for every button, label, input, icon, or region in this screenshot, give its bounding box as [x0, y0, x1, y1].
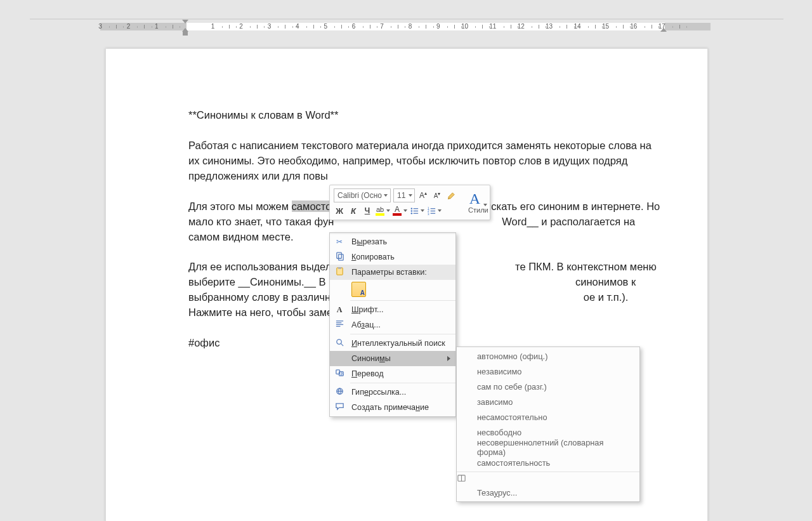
- submenu-separator: [457, 472, 639, 472]
- menu-synonyms-label: Синонимы: [351, 354, 391, 363]
- menu-smart-lookup-label: Интеллектуальный поиск: [351, 339, 445, 348]
- chevron-down-icon: [438, 209, 442, 212]
- search-icon: [334, 338, 345, 349]
- format-painter-button[interactable]: [445, 189, 457, 202]
- menu-cut-label: Вырезать: [351, 237, 387, 246]
- menu-separator: [350, 383, 455, 383]
- styles-button[interactable]: A Стили: [463, 185, 494, 220]
- decrease-font-button[interactable]: A▾: [431, 189, 443, 202]
- synonym-option[interactable]: независимо: [457, 364, 639, 379]
- increase-font-button[interactable]: A▴: [417, 189, 429, 202]
- italic-button[interactable]: К: [348, 204, 359, 217]
- svg-rect-12: [336, 253, 341, 258]
- translate-icon: あ: [334, 368, 345, 379]
- document-viewport: 3211234567891011121314151617 **Синонимы …: [30, 10, 783, 521]
- mini-toolbar: Calibri (Осно 11 A▴ A▾ Ж К Ч ab: [329, 185, 490, 220]
- p3-pre[interactable]: Для ее использования выдел: [188, 261, 331, 272]
- chevron-down-icon: [384, 194, 388, 197]
- font-color-button[interactable]: A: [393, 204, 407, 217]
- paste-option-keep-text[interactable]: A: [330, 280, 455, 299]
- paste-keep-text-icon: A: [351, 282, 366, 297]
- menu-separator: [350, 300, 455, 301]
- highlight-color-swatch: [376, 213, 384, 216]
- thesaurus-label: Тезаурус...: [477, 488, 517, 498]
- menu-paste-options-header: Параметры вставки:: [330, 265, 455, 280]
- svg-point-20: [336, 340, 341, 345]
- menu-hyperlink[interactable]: Гиперссылка...: [330, 385, 455, 400]
- menu-paragraph[interactable]: Абзац...: [330, 317, 455, 333]
- right-indent-marker[interactable]: [660, 28, 667, 32]
- menu-paragraph-label: Абзац...: [351, 320, 381, 329]
- chevron-down-icon: [403, 209, 407, 212]
- svg-line-21: [341, 343, 343, 346]
- menu-copy-label: Копировать: [351, 253, 395, 261]
- menu-new-comment-label: Создать примечание: [351, 403, 429, 412]
- bullets-button[interactable]: [410, 204, 424, 217]
- svg-text:3: 3: [428, 213, 429, 216]
- p2-pre[interactable]: Для этого мы можем: [188, 201, 292, 212]
- synonym-option[interactable]: несовершеннолетний (словарная форма): [457, 440, 639, 455]
- svg-rect-15: [337, 267, 341, 269]
- paint-brush-icon: [447, 191, 456, 201]
- clipboard-icon: [334, 267, 345, 278]
- left-indent-marker[interactable]: [183, 32, 188, 36]
- synonym-option[interactable]: сам по себе (разг.): [457, 379, 639, 394]
- horizontal-ruler: 3211234567891011121314151617: [30, 22, 783, 34]
- top-separator: [30, 18, 783, 20]
- bold-button[interactable]: Ж: [334, 204, 345, 217]
- synonym-option[interactable]: автономно (офиц.): [457, 348, 639, 364]
- synonym-option[interactable]: самостоятельность: [457, 455, 639, 470]
- synonyms-submenu: автономно (офиц.)независимосам по себе (…: [456, 346, 640, 502]
- font-color-swatch: [393, 213, 402, 216]
- numbering-button[interactable]: 1 2 3: [427, 204, 442, 217]
- title-line[interactable]: **Синонимы к словам в Word**: [188, 108, 661, 123]
- menu-cut[interactable]: ✂ Вырезать: [330, 234, 455, 249]
- numbered-list-icon: 1 2 3: [427, 206, 436, 216]
- synonym-option[interactable]: несамостоятельно: [457, 409, 639, 425]
- first-line-indent-marker[interactable]: [182, 20, 188, 23]
- styles-label: Стили: [468, 206, 488, 214]
- styles-icon: A: [469, 191, 480, 206]
- menu-hyperlink-label: Гиперссылка...: [351, 388, 406, 397]
- svg-rect-13: [338, 254, 343, 260]
- menu-new-comment[interactable]: Создать примечание: [330, 400, 455, 415]
- globe-link-icon: [334, 386, 345, 398]
- menu-smart-lookup[interactable]: Интеллектуальный поиск: [330, 336, 455, 351]
- font-color-letter: A: [395, 206, 400, 213]
- menu-font[interactable]: A Шрифт...: [330, 302, 455, 317]
- menu-separator: [350, 334, 455, 334]
- font-size-combo[interactable]: 11: [393, 188, 415, 202]
- menu-font-label: Шрифт...: [351, 305, 384, 314]
- menu-translate-label: Перевод: [351, 369, 384, 378]
- menu-translate[interactable]: あ Перевод: [330, 366, 455, 381]
- book-icon: [457, 475, 466, 485]
- chevron-down-icon: [421, 209, 424, 212]
- svg-text:あ: あ: [340, 372, 344, 376]
- text-highlight-button[interactable]: ab: [376, 204, 390, 217]
- bullet-list-icon: [410, 206, 419, 216]
- menu-copy[interactable]: Копировать: [330, 249, 455, 265]
- svg-point-4: [411, 213, 412, 214]
- font-name-value: Calibri (Осно: [337, 191, 382, 200]
- font-size-value: 11: [397, 191, 405, 200]
- submenu-arrow-icon: [447, 356, 450, 361]
- scissors-icon: ✂: [334, 237, 345, 246]
- context-menu: ✂ Вырезать Копировать Параметры вставки:…: [329, 232, 456, 417]
- thesaurus-option[interactable]: Тезаурус...: [457, 485, 639, 500]
- comment-icon: [334, 402, 345, 413]
- svg-point-0: [411, 208, 412, 209]
- copy-icon: [334, 251, 345, 263]
- menu-paste-options-label: Параметры вставки:: [351, 268, 427, 277]
- chevron-down-icon: [386, 209, 390, 212]
- svg-point-2: [411, 210, 412, 211]
- font-name-combo[interactable]: Calibri (Осно: [334, 188, 391, 202]
- paragraph-1[interactable]: Работая с написанием текстового материал…: [188, 138, 661, 184]
- menu-synonyms[interactable]: Синонимы: [330, 351, 455, 366]
- paragraph-icon: [334, 319, 345, 331]
- chevron-down-icon: [409, 194, 412, 197]
- underline-button[interactable]: Ч: [362, 204, 373, 217]
- font-icon: A: [334, 305, 345, 315]
- synonym-option[interactable]: зависимо: [457, 394, 639, 409]
